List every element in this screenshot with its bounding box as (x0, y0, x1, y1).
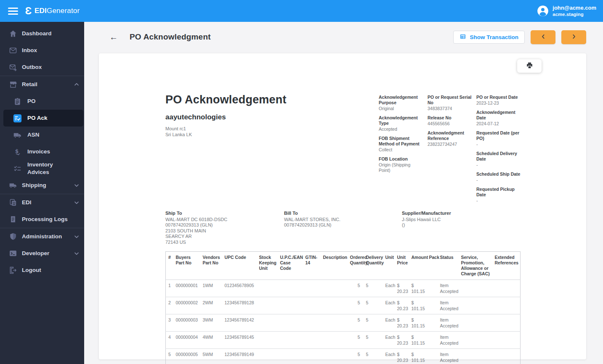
edi-icon (8, 198, 18, 207)
table-cell (278, 349, 303, 364)
table-cell: Each (383, 314, 395, 332)
info-field: Requested Pickup Date- (476, 187, 523, 203)
table-cell: 5 (348, 314, 364, 332)
table-cell: Each (383, 349, 395, 364)
table-row: 20000000022WM12345678912855Each$ 20.23$ … (166, 297, 521, 314)
retail-icon (8, 80, 18, 89)
party-block: Bill ToWAL-MART STORES, INC.007874202931… (284, 211, 402, 245)
hamburger-icon (8, 8, 18, 9)
table-cell (459, 297, 492, 314)
sidebar-item-administration[interactable]: Administration (0, 228, 84, 245)
table-cell: 5 (364, 280, 383, 297)
sidebar-item-outbox[interactable]: Outbox (0, 59, 84, 76)
party-address-line: J-Slips Hawaii LLC (402, 217, 451, 223)
sidebar-item-edi[interactable]: EDI (0, 194, 84, 211)
sidebar-item-asn[interactable]: ASN (0, 127, 84, 143)
table-cell: 2WM (200, 297, 222, 314)
sidebar-item-retail[interactable]: Retail (0, 76, 84, 93)
sidebar-item-invoices[interactable]: $Invoices (0, 143, 84, 160)
column-header: Unit (383, 252, 395, 280)
column-header: Delivery Quantity (364, 252, 383, 280)
party-block: Supplier/ManufacturerJ-Slips Hawaii LLC(… (402, 211, 451, 245)
info-field-value: 2024-07-12 (476, 121, 523, 127)
sidebar-item-label: Inbox (22, 47, 37, 54)
previous-document-button[interactable] (531, 30, 555, 44)
table-cell: 3 (166, 314, 173, 332)
sidebar-item-po-ack[interactable]: PO Ack (3, 110, 83, 127)
truck-icon (8, 181, 18, 190)
table-cell (321, 297, 348, 314)
info-field-label: PO or Request Serial No (428, 95, 472, 106)
table-cell: $ 101.15 (409, 314, 427, 332)
sidebar-item-logout[interactable]: Logout (0, 262, 84, 279)
table-row: 50000000055WM12345678914955Each$ 20.23$ … (166, 349, 521, 364)
sidebar-item-dashboard[interactable]: Dashboard (0, 25, 84, 42)
table-row: 10000000011WM01234567890555Each$ 20.23$ … (166, 280, 521, 297)
table-cell (303, 280, 321, 297)
sidebar-item-shipping[interactable]: Shipping (0, 177, 84, 194)
table-cell: Item Accepted (438, 297, 459, 314)
party-address-line: WAL-MART STORES, INC. (284, 217, 402, 223)
sidebar-item-label: EDI (22, 199, 32, 206)
info-field-label: Scheduled Ship Date (476, 171, 523, 177)
table-cell (492, 297, 521, 314)
brand-name: EDIGenerator (35, 7, 80, 15)
sidebar-item-label: Logout (22, 266, 41, 274)
sidebar-item-developer[interactable]: Developer (0, 245, 84, 262)
table-cell: 5 (166, 349, 173, 364)
menu-toggle-button[interactable] (6, 5, 20, 17)
table-cell: $ 101.15 (409, 332, 427, 349)
info-field-value: 445565656 (428, 121, 472, 127)
table-cell: Each (383, 280, 395, 297)
info-field-value: 2023-12-23 (476, 100, 523, 106)
table-cell (278, 314, 303, 332)
table-cell (427, 349, 438, 364)
info-field-value: 3483837374 (428, 106, 472, 111)
logo-icon: Ɛ (25, 6, 32, 16)
column-header: Vendors Part No (200, 252, 222, 280)
info-field: PO or Request Serial No3483837374 (428, 95, 472, 111)
next-document-button[interactable] (561, 30, 586, 44)
info-field-label: Release No (428, 115, 472, 121)
column-header: Unit Price (395, 252, 409, 280)
developer-icon (8, 249, 18, 258)
column-header: UPC Code (222, 252, 257, 280)
po-acknowledgement-document: PO Acknowledgement aayutechnologies Moun… (99, 53, 586, 364)
printer-icon (526, 62, 533, 70)
sidebar-item-label: Administration (22, 233, 62, 240)
app-root: Ɛ EDIGenerator john@acme.com acme.stagin… (0, 0, 603, 364)
info-field-value: Origin (Shipping Point) (379, 162, 423, 173)
chevron-down-icon (73, 182, 80, 189)
document-title: PO Acknowledgement (165, 93, 379, 106)
show-transaction-button[interactable]: Show Transaction (453, 31, 525, 44)
column-header: Buyers Part No (173, 252, 200, 280)
table-cell (257, 349, 278, 364)
chevron-down-icon (73, 250, 80, 257)
info-field: Acknowledgement PurposeOriginal (379, 95, 423, 111)
table-cell: 000000004 (173, 332, 200, 349)
info-field: FOB LocationOrigin (Shipping Point) (379, 156, 423, 173)
info-field-label: PO or Request Date (476, 95, 523, 100)
info-field-label: Acknowledgement Type (379, 115, 423, 126)
document-info-fields: Acknowledgement PurposeOriginalAcknowled… (379, 93, 523, 207)
back-button[interactable]: ← (108, 31, 120, 43)
company-address-line: Mount rc1 (165, 126, 379, 132)
sidebar-item-processing-logs[interactable]: Processing Logs (0, 211, 84, 228)
sidebar-item-po[interactable]: PO (0, 93, 84, 110)
sidebar-item-label: Shipping (22, 182, 46, 189)
user-avatar-icon (537, 5, 549, 17)
table-cell (459, 349, 492, 364)
user-menu[interactable]: john@acme.com acme.staging (537, 5, 597, 17)
column-header: # (166, 252, 173, 280)
truck-icon (13, 130, 22, 140)
sidebar-item-inventory-advices[interactable]: Inventory Advices (0, 160, 84, 177)
topbar: Ɛ EDIGenerator john@acme.com acme.stagin… (0, 0, 603, 22)
transaction-list-icon (460, 33, 466, 41)
table-cell (257, 280, 278, 297)
logout-icon (8, 266, 18, 275)
print-button[interactable] (517, 59, 542, 73)
sidebar-item-inbox[interactable]: Inbox (0, 42, 84, 59)
party-address-line: () (402, 222, 451, 228)
sidebar-item-label: PO Ack (27, 114, 48, 122)
po-ack-icon (13, 113, 22, 123)
